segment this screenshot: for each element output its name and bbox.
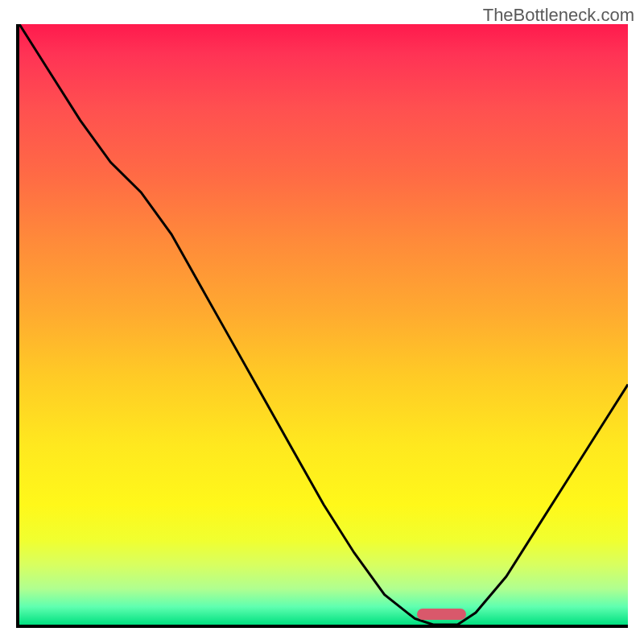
bottleneck-curve [19, 24, 628, 625]
watermark-text: TheBottleneck.com [483, 5, 634, 26]
chart-container: TheBottleneck.com [0, 0, 644, 644]
optimal-range-marker [417, 609, 466, 620]
chart-plot-area [16, 24, 628, 628]
